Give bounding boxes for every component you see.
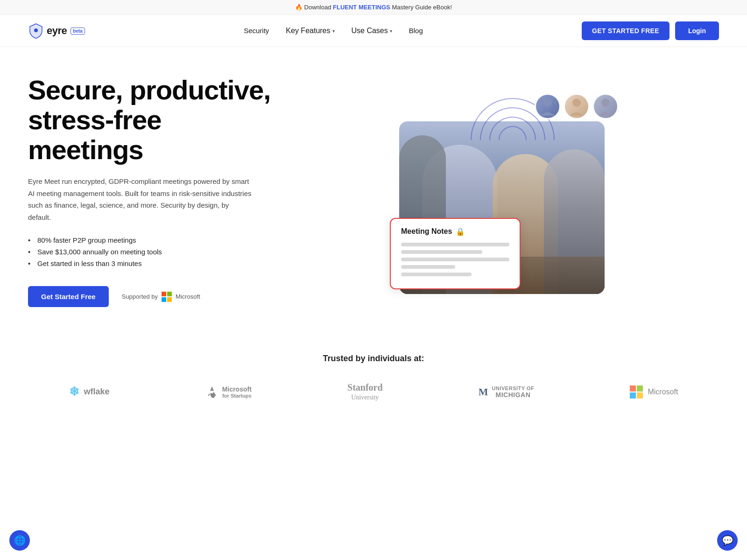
meeting-notes-title: Meeting Notes bbox=[401, 227, 452, 236]
nav-link-key-features[interactable]: Key Features ▾ bbox=[286, 27, 334, 35]
stanford-name: Stanford bbox=[347, 382, 383, 393]
logos-row: ❄ wflake Microsoft for Startups bbox=[28, 382, 719, 401]
umich-label: UNIVERSITY OF MICHIGAN bbox=[492, 385, 535, 399]
avatar-2 bbox=[564, 93, 590, 119]
image-wrapper: Meeting Notes 🔒 bbox=[399, 93, 609, 289]
trusted-title: Trusted by individuals at: bbox=[28, 354, 719, 364]
supported-by: Supported by Microsoft bbox=[122, 292, 200, 302]
svg-point-3 bbox=[601, 98, 610, 107]
hero-title: Secure, productive, stress-free meetings bbox=[28, 75, 271, 164]
ms-startups-label: Microsoft for Startups bbox=[222, 385, 252, 399]
stanford-sub-label: University bbox=[351, 394, 379, 401]
hero-description: Eyre Meet run encrypted, GDPR-compliant … bbox=[28, 175, 252, 223]
notes-line-4 bbox=[401, 265, 455, 269]
avatar-1 bbox=[535, 93, 561, 119]
logo-ms-startups: Microsoft for Startups bbox=[205, 385, 252, 399]
nav-buttons: GET STARTED FREE Login bbox=[582, 21, 719, 40]
snowflake-icon: ❄ bbox=[69, 385, 79, 399]
banner-text-suffix: Mastery Guide eBook! bbox=[392, 4, 452, 11]
logo-stanford: Stanford University bbox=[347, 382, 383, 401]
meeting-notes-card: Meeting Notes 🔒 bbox=[390, 218, 521, 289]
nav-item-security[interactable]: Security bbox=[244, 27, 269, 35]
microsoft-label: Microsoft bbox=[648, 388, 678, 396]
notes-line-3 bbox=[401, 258, 509, 261]
svg-marker-5 bbox=[210, 386, 214, 391]
nav-links: Security Key Features ▾ Use Cases ▾ Blog bbox=[244, 27, 423, 35]
logo[interactable]: eyre beta bbox=[28, 23, 85, 39]
svg-point-2 bbox=[572, 98, 581, 107]
snowflake-label: wflake bbox=[84, 387, 110, 397]
bullet-3: Get started in less than 3 minutes bbox=[28, 258, 271, 269]
hero-section: Secure, productive, stress-free meetings… bbox=[0, 47, 747, 326]
chevron-down-icon: ▾ bbox=[332, 28, 335, 34]
login-button[interactable]: Login bbox=[675, 21, 719, 40]
microsoft-logo-icon bbox=[162, 292, 172, 302]
banner-fire-icon: 🔥 bbox=[295, 4, 303, 11]
navbar: eyre beta Security Key Features ▾ Use Ca… bbox=[0, 15, 747, 47]
hero-left-content: Secure, productive, stress-free meetings… bbox=[28, 75, 271, 307]
nav-item-key-features[interactable]: Key Features ▾ bbox=[286, 27, 334, 35]
umich-m-icon: M bbox=[479, 386, 488, 398]
svg-line-7 bbox=[208, 394, 210, 396]
supported-label: Supported by bbox=[122, 293, 158, 300]
banner-text-prefix: Download bbox=[304, 4, 333, 11]
top-banner[interactable]: 🔥 Download FLUENT MEETINGS Mastery Guide… bbox=[0, 0, 747, 15]
logo-shield-icon bbox=[28, 23, 44, 39]
hero-cta-row: Get Started Free Supported by Microsoft bbox=[28, 286, 271, 307]
bullet-1: 80% faster P2P group meetings bbox=[28, 234, 271, 246]
logo-text: eyre bbox=[47, 25, 67, 37]
notes-line-2 bbox=[401, 250, 482, 254]
notes-line-5 bbox=[401, 273, 472, 276]
microsoft-brand-name: Microsoft bbox=[176, 293, 200, 300]
banner-highlight: FLUENT MEETINGS bbox=[333, 4, 390, 11]
nav-link-security[interactable]: Security bbox=[244, 27, 269, 35]
svg-point-1 bbox=[543, 98, 552, 107]
avatar-group bbox=[535, 93, 619, 119]
nav-link-blog[interactable]: Blog bbox=[409, 27, 423, 35]
nav-item-blog[interactable]: Blog bbox=[409, 27, 423, 35]
svg-point-6 bbox=[211, 391, 213, 393]
avatar-3 bbox=[592, 93, 619, 119]
ms-startups-rocket-icon bbox=[205, 385, 218, 399]
logo-beta-badge: beta bbox=[70, 28, 85, 35]
logo-microsoft: Microsoft bbox=[630, 385, 678, 399]
ms-startups-content: Microsoft for Startups bbox=[205, 385, 252, 399]
hero-bullets: 80% faster P2P group meetings Save $13,0… bbox=[28, 234, 271, 269]
svg-point-0 bbox=[34, 28, 38, 32]
get-started-free-nav-button[interactable]: GET STARTED FREE bbox=[582, 21, 669, 40]
hero-illustration: Meeting Notes 🔒 bbox=[289, 79, 719, 303]
logo-snowflake: ❄ wflake bbox=[69, 385, 110, 399]
nav-item-use-cases[interactable]: Use Cases ▾ bbox=[352, 27, 392, 35]
bullet-2: Save $13,000 annually on meeting tools bbox=[28, 246, 271, 258]
notes-line-1 bbox=[401, 243, 509, 246]
microsoft-grid-icon bbox=[630, 385, 643, 399]
get-started-free-hero-button[interactable]: Get Started Free bbox=[28, 286, 109, 307]
nav-link-use-cases[interactable]: Use Cases ▾ bbox=[352, 27, 392, 35]
chevron-down-icon-2: ▾ bbox=[390, 28, 392, 34]
lock-icon: 🔒 bbox=[456, 227, 465, 236]
meeting-notes-header: Meeting Notes 🔒 bbox=[401, 227, 509, 236]
trusted-section: Trusted by individuals at: ❄ wflake Micr… bbox=[0, 326, 747, 420]
logo-umich: M UNIVERSITY OF MICHIGAN bbox=[479, 385, 534, 399]
